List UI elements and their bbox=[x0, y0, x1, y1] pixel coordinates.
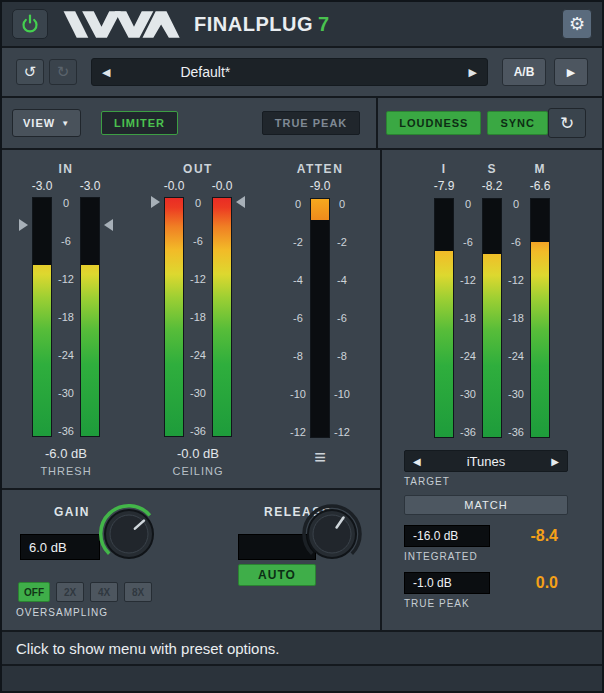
controls-panel: GAIN 6.0 dB RELEASE AUTO bbox=[2, 488, 380, 630]
scale-tick: 0 bbox=[465, 198, 471, 210]
integrated-label: INTEGRATED bbox=[404, 551, 602, 562]
out-meter-right bbox=[212, 197, 232, 437]
preset-toolbar: ↺ ↻ ◀ Default* ▶ A/B ▶ bbox=[2, 48, 602, 98]
scale-tick: -12 bbox=[508, 274, 524, 286]
loudness-scale-2: 0-6-12-18-24-30-36 bbox=[502, 198, 530, 438]
tab-limiter[interactable]: LIMITER bbox=[101, 111, 178, 135]
release-auto-button[interactable]: AUTO bbox=[238, 564, 316, 586]
out-peak-right: -0.0 bbox=[202, 179, 242, 193]
ceiling-value[interactable]: -0.0 dB bbox=[177, 446, 219, 461]
power-button[interactable] bbox=[12, 9, 48, 39]
tab-loudness[interactable]: LOUDNESS bbox=[386, 111, 481, 135]
reset-meters-button[interactable]: ↻ bbox=[548, 108, 586, 138]
scale-tick: -6 bbox=[193, 235, 203, 247]
scale-tick: -8 bbox=[337, 350, 347, 362]
view-menu-button[interactable]: VIEW ▼ bbox=[12, 109, 81, 137]
gain-knob[interactable] bbox=[97, 502, 161, 566]
logo-icon bbox=[62, 10, 182, 39]
target-next-icon[interactable]: ▶ bbox=[551, 456, 559, 467]
scale-tick: -36 bbox=[508, 426, 524, 438]
out-meter-group: OUT -0.0 -0.0 0-6-12-18-24-30-36 bbox=[154, 162, 242, 488]
oversampling-8x-button[interactable]: 8X bbox=[124, 582, 152, 602]
thresh-value[interactable]: -6.0 dB bbox=[45, 446, 87, 461]
tab-true-peak[interactable]: TRUE PEAK bbox=[262, 111, 361, 135]
power-icon bbox=[18, 12, 42, 36]
scale-tick: -8 bbox=[293, 350, 303, 362]
gain-value-field[interactable]: 6.0 dB bbox=[20, 534, 100, 560]
in-peak-right: -3.0 bbox=[70, 179, 110, 193]
match-button[interactable]: MATCH bbox=[404, 495, 568, 515]
preset-advance-button[interactable]: ▶ bbox=[554, 58, 588, 86]
play-icon: ▶ bbox=[567, 66, 575, 79]
gear-icon: ⚙ bbox=[569, 13, 585, 35]
scale-tick: -4 bbox=[293, 274, 303, 286]
scale-tick: -2 bbox=[337, 236, 347, 248]
preset-prev-icon[interactable]: ◀ bbox=[102, 66, 110, 79]
scale-tick: -12 bbox=[58, 273, 74, 285]
target-name: iTunes bbox=[421, 454, 552, 469]
oversampling-4x-button[interactable]: 4X bbox=[90, 582, 118, 602]
atten-scale-left: 0-2-4-6-8-10-12 bbox=[286, 198, 310, 438]
loudness-m-title: M bbox=[518, 162, 562, 177]
loudness-col-short: S -8.2 bbox=[482, 162, 502, 438]
ceiling-marker-left[interactable] bbox=[151, 196, 160, 208]
scale-tick: -18 bbox=[460, 312, 476, 324]
refresh-icon: ↻ bbox=[560, 113, 574, 134]
scale-tick: -30 bbox=[460, 388, 476, 400]
threshold-marker-right[interactable] bbox=[104, 219, 113, 231]
scale-tick: -2 bbox=[293, 236, 303, 248]
in-scale: 0-6-12-18-24-30-36 bbox=[52, 197, 80, 437]
ab-compare-button[interactable]: A/B bbox=[502, 58, 546, 86]
in-meter-right bbox=[80, 197, 100, 437]
loudness-panel: I -7.9 0-6-12-18-24-30-36 S -8.2 0-6-12-… bbox=[382, 150, 602, 630]
loudness-m-meter bbox=[530, 198, 550, 438]
oversampling-buttons: OFF 2X 4X 8X bbox=[18, 582, 152, 602]
meter-mask bbox=[81, 198, 99, 265]
target-selector[interactable]: ◀ iTunes ▶ bbox=[404, 450, 568, 472]
sync-label: SYNC bbox=[500, 117, 535, 129]
scale-tick: -6 bbox=[293, 312, 303, 324]
atten-menu-button[interactable]: ≡ bbox=[314, 448, 326, 466]
integrated-row: -16.0 dB -8.4 bbox=[404, 525, 568, 547]
true-peak-row: -1.0 dB 0.0 bbox=[404, 572, 568, 594]
oversampling-2x-button[interactable]: 2X bbox=[56, 582, 84, 602]
redo-button[interactable]: ↻ bbox=[49, 59, 77, 85]
loudness-s-title: S bbox=[470, 162, 514, 177]
ab-label: A/B bbox=[514, 65, 535, 79]
loudness-s-meter bbox=[482, 198, 502, 438]
scale-tick: -24 bbox=[58, 349, 74, 361]
loudness-scale-1: 0-6-12-18-24-30-36 bbox=[454, 198, 482, 438]
limiter-panel: IN -3.0 -3.0 0-6-12-18-24-30-36 bbox=[2, 150, 382, 630]
undo-icon: ↺ bbox=[24, 63, 37, 81]
loudness-col-integrated: I -7.9 bbox=[434, 162, 454, 438]
sync-button[interactable]: SYNC bbox=[487, 111, 548, 135]
scale-tick: -12 bbox=[334, 426, 350, 438]
out-title: OUT bbox=[183, 162, 213, 177]
scale-tick: -36 bbox=[58, 425, 74, 437]
undo-button[interactable]: ↺ bbox=[16, 59, 44, 85]
scale-tick: 0 bbox=[295, 198, 301, 210]
auto-label: AUTO bbox=[258, 568, 296, 582]
release-knob[interactable] bbox=[300, 502, 364, 566]
ceiling-marker-right[interactable] bbox=[236, 196, 245, 208]
atten-meters: 0-2-4-6-8-10-12 0-2-4-6-8-10-12 bbox=[286, 198, 354, 438]
threshold-marker-left[interactable] bbox=[19, 219, 28, 231]
target-prev-icon[interactable]: ◀ bbox=[413, 456, 421, 467]
integrated-readout: -8.4 bbox=[530, 527, 558, 545]
scale-tick: -12 bbox=[290, 426, 306, 438]
ceiling-caption: CEILING bbox=[172, 465, 223, 477]
settings-button[interactable]: ⚙ bbox=[562, 9, 592, 39]
oversampling-off-button[interactable]: OFF bbox=[18, 582, 50, 602]
integrated-target-field[interactable]: -16.0 dB bbox=[404, 525, 490, 547]
out-peak-left: -0.0 bbox=[154, 179, 194, 193]
true-peak-label: TRUE PEAK bbox=[404, 598, 602, 609]
true-peak-target-field[interactable]: -1.0 dB bbox=[404, 572, 490, 594]
in-peak-values: -3.0 -3.0 bbox=[22, 179, 110, 193]
loudness-s-value: -8.2 bbox=[470, 179, 514, 194]
oversampling-label: OVERSAMPLING bbox=[16, 607, 108, 618]
in-meter-group: IN -3.0 -3.0 0-6-12-18-24-30-36 bbox=[22, 162, 110, 488]
preset-next-icon[interactable]: ▶ bbox=[469, 66, 477, 79]
scale-tick: -24 bbox=[460, 350, 476, 362]
preset-selector[interactable]: ◀ Default* ▶ bbox=[91, 58, 488, 86]
scale-tick: -12 bbox=[190, 273, 206, 285]
